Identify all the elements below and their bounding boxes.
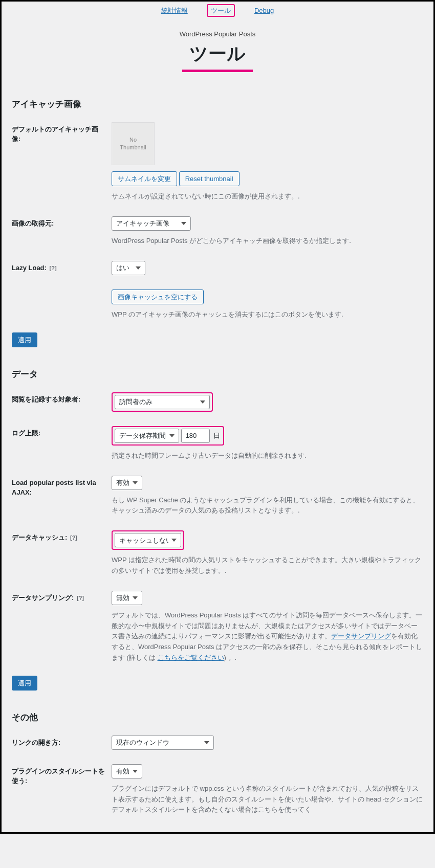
link-open-select[interactable]: 現在のウィンドウ (112, 736, 214, 750)
lazy-load-label: Lazy Load: (12, 264, 47, 272)
nav-tabs: 統計情報 ツール Debug (12, 2, 423, 19)
data-sampling-select[interactable]: 無効 (112, 591, 142, 605)
ajax-desc: もし WP Super Cache のようなキャッシュプラグインを利用している場… (112, 495, 423, 517)
data-sampling-link[interactable]: データサンプリング (331, 632, 391, 640)
log-limit-label: ログ上限: (12, 421, 112, 471)
page-header: WordPress Popular Posts ツール (12, 19, 423, 88)
empty-image-cache-button[interactable]: 画像キャッシュを空にする (112, 290, 204, 305)
stylesheet-label: プラグインのスタイルシートを使う: (12, 759, 112, 825)
ajax-label: Load popular posts list via AJAX: (12, 471, 112, 526)
help-icon[interactable]: [?] (77, 594, 84, 603)
tab-debug[interactable]: Debug (251, 5, 277, 16)
log-target-label: 閲覧を記録する対象者: (12, 387, 112, 421)
section-data: データ (12, 368, 423, 381)
section-thumbnail: アイキャッチ画像 (12, 98, 423, 111)
tab-tools[interactable]: ツール (207, 4, 235, 17)
help-icon[interactable]: [?] (70, 533, 77, 542)
change-thumbnail-button[interactable]: サムネイルを変更 (112, 171, 177, 187)
log-limit-select[interactable]: データ保存期間 (115, 429, 179, 443)
ajax-select[interactable]: 有効 (112, 476, 142, 490)
image-source-desc: WordPress Popular Posts がどこからアイキャッチ画像を取得… (112, 236, 423, 247)
header-underline (182, 70, 253, 72)
image-source-select[interactable]: アイキャッチ画像 (112, 216, 191, 231)
default-thumb-desc: サムネイルが設定されていない時にこの画像が使用されます。. (112, 191, 423, 202)
data-cache-desc: WPP は指定された時間の間の人気リストをキャッシュすることができます。大きい規… (112, 555, 423, 576)
log-limit-desc: 指定された時間フレームより古いデータは自動的に削除されます. (112, 451, 423, 461)
apply-button[interactable]: 適用 (12, 676, 37, 691)
image-source-label: 画像の取得元: (12, 211, 112, 256)
data-sampling-desc: デフォルトでは、WordPress Popular Posts はすべてのサイト… (112, 610, 423, 663)
data-cache-label: データキャッシュ: (12, 533, 67, 541)
link-open-label: リンクの開き方: (12, 730, 112, 759)
data-sampling-more-link[interactable]: こちらをご覧ください (158, 654, 224, 661)
empty-image-cache-desc: WPP のアイキャッチ画像のキャッシュを消去するにはこのボタンを使います. (112, 309, 423, 320)
thumb-placeholder: No Thumbnail (112, 122, 155, 165)
log-limit-days-input[interactable] (181, 429, 210, 443)
tab-stats[interactable]: 統計情報 (158, 5, 191, 16)
section-other: その他 (12, 711, 423, 724)
log-limit-unit: 日 (213, 432, 220, 439)
log-target-select[interactable]: 訪問者のみ (115, 395, 210, 409)
header-subtitle: WordPress Popular Posts (12, 29, 423, 39)
data-cache-select[interactable]: キャッシュしない (115, 533, 181, 547)
stylesheet-select[interactable]: 有効 (112, 764, 142, 778)
apply-button[interactable]: 適用 (12, 332, 37, 348)
default-thumb-label: デフォルトのアイキャッチ画像: (12, 117, 112, 211)
page-title: ツール (189, 40, 246, 68)
data-sampling-label: データサンプリング: (12, 594, 74, 602)
lazy-load-select[interactable]: はい (112, 261, 145, 275)
stylesheet-desc: プラグインにはデフォルトで wpp.css という名称のスタイルシートが含まれて… (112, 784, 423, 815)
help-icon[interactable]: [?] (50, 264, 57, 273)
reset-thumbnail-button[interactable]: Reset thumbnail (179, 171, 240, 187)
